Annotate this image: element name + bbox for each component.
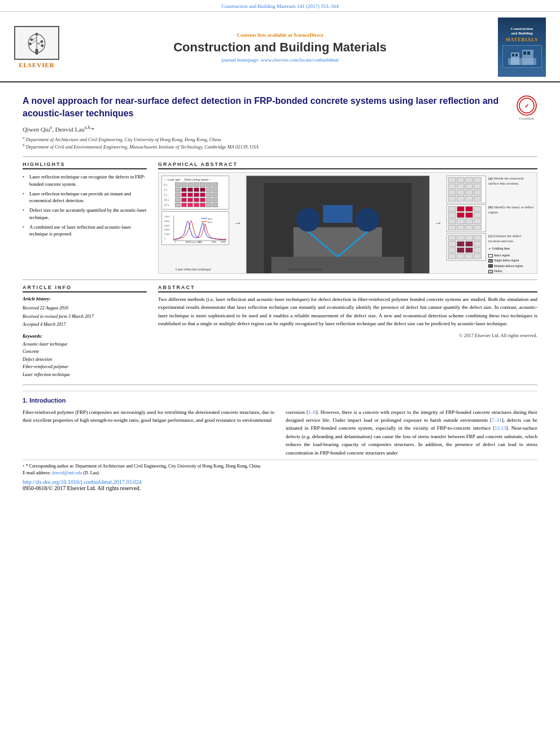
keywords-label: Keywords: <box>23 334 147 339</box>
svg-rect-16 <box>515 54 518 56</box>
graphical-abstract-column: GRAPHICAL ABSTRACT ← Laser spot Defect b… <box>158 161 537 274</box>
svg-rect-42 <box>294 227 382 256</box>
svg-text:0: 0 <box>164 237 165 240</box>
ga-row-a: (a) Divide the structural surface into s… <box>447 176 534 203</box>
ga-laser-spot-label: ← Laser spot Defect being tested → <box>164 178 227 181</box>
journal-reference: Construction and Building Materials 141 … <box>0 0 560 12</box>
svg-rect-0 <box>36 49 38 54</box>
ga-laser-photo: Laser reflection technique <box>246 176 430 274</box>
affiliations: a Department of Architecture and Civil E… <box>23 136 537 151</box>
journal-header: ELSEVIER Contents lists available at Sci… <box>0 12 560 82</box>
ga-diagram-section: (a) Divide the structural surface into s… <box>447 176 534 270</box>
homepage-prefix: journal homepage: <box>221 57 260 63</box>
highlight-item-3: Defect size can be accurately quantified… <box>23 206 147 222</box>
crossmark-label: CrossMark <box>516 117 537 120</box>
intro-right-text: corrosion [1–6]. However, there is a con… <box>286 408 537 457</box>
svg-point-8 <box>41 44 43 47</box>
introduction-header: 1. Introduction <box>23 397 537 404</box>
svg-text:0: 0 <box>175 241 176 243</box>
keyword-4: Fiber-reinforced polymer <box>23 364 68 369</box>
ga-label-c-container: (c) Estimate the defect location and siz… <box>488 233 534 274</box>
journal-cover: Constructionand Building MATERIALS <box>498 18 549 77</box>
ga-row-c: (c) Estimate the defect location and siz… <box>447 233 534 274</box>
ga-row-b: (b) Identify the intact or defect region… <box>447 204 534 232</box>
svg-point-44 <box>356 208 379 231</box>
footnote-email-label: E-mail address: <box>23 470 51 475</box>
highlight-item-4: A combined use of laser reflection and a… <box>23 222 147 239</box>
svg-text:8.0e4: 8.0e4 <box>164 220 169 222</box>
svg-text:intact: intact <box>208 218 212 220</box>
ga-label-a: (a) Divide the structural surface into s… <box>488 176 534 186</box>
article-history: Article history: Received 22 August 2016… <box>23 295 147 329</box>
affiliation-a: Department of Architecture and Civil Eng… <box>26 136 221 142</box>
ga-label-c: (c) Estimate the defect location and siz… <box>488 233 534 243</box>
article-info-header: ARTICLE INFO <box>23 285 147 292</box>
ga-label-b: (b) Identify the intact or defect region… <box>488 204 534 215</box>
ga-arrow-2: → <box>432 176 444 270</box>
abstract-text: Two different methods (i.e, laser reflec… <box>158 295 537 328</box>
abstract-column: ABSTRACT Two different methods (i.e, las… <box>158 285 537 379</box>
sciencedirect-brand[interactable]: ScienceDirect <box>294 32 323 38</box>
footnote-section: * * Corresponding author at: Department … <box>23 460 537 477</box>
highlights-list: Laser reflection technique can recognize… <box>23 172 147 239</box>
svg-rect-15 <box>512 54 514 56</box>
svg-rect-47 <box>323 205 352 222</box>
graphical-abstract-header: GRAPHICAL ABSTRACT <box>158 161 537 169</box>
introduction-text: Fiber-reinforced polymer (FRP) composite… <box>23 408 537 457</box>
keywords-list: Acoustic-laser technique Concrete Defect… <box>23 340 147 379</box>
svg-line-5 <box>33 37 37 40</box>
footnote-email[interactable]: denvid@mit.edu <box>52 470 82 475</box>
svg-point-10 <box>41 40 43 43</box>
elsevier-logo: ELSEVIER <box>11 26 62 68</box>
section-divider-3 <box>23 385 537 385</box>
ref-link-12-13[interactable]: 12,13 <box>495 425 506 431</box>
svg-text:16000: 16000 <box>221 241 226 243</box>
footnote-corresponding: * Corresponding author at: Department of… <box>26 464 261 469</box>
ga-laser-section: ← Laser spot Defect being tested → 0 s <box>161 176 229 270</box>
article-info-abstract-section: ARTICLE INFO Article history: Received 2… <box>23 285 537 379</box>
svg-text:4.0e4: 4.0e4 <box>164 229 169 231</box>
article-title-section: A novel approach for near-surface defect… <box>23 95 537 120</box>
elsevier-logo-image <box>14 26 59 60</box>
page: Construction and Building Materials 141 … <box>0 0 560 747</box>
doi-link[interactable]: http://dx.doi.org/10.1016/j.conbuildmat.… <box>23 479 142 485</box>
ga-layout: ← Laser spot Defect being tested → 0 s <box>159 173 537 273</box>
highlight-item-2: Laser reflection technique can provide a… <box>23 189 147 206</box>
keyword-1: Acoustic-laser technique <box>23 342 67 347</box>
intro-right-col: corrosion [1–6]. However, there is a con… <box>286 408 537 457</box>
highlights-graphical-section: HIGHLIGHTS Laser reflection technique ca… <box>23 161 537 274</box>
keyword-2: Concrete <box>23 349 39 354</box>
ga-spectrum-chart: 1.0e5 8.0e4 6.0e4 4.0e4 2.0e4 0 <box>161 211 229 245</box>
received-revised-date: Received in revised form 3 March 2017 <box>23 314 94 319</box>
ref-link-7-11[interactable]: 7–11 <box>492 417 502 423</box>
ref-link-1-6[interactable]: 1–6 <box>308 409 316 415</box>
keyword-5: Laser reflection technique <box>23 372 70 377</box>
svg-text:✓: ✓ <box>524 103 529 109</box>
authors-line: Qiwen Qiua, Denvid Laua,b,* <box>23 125 537 133</box>
journal-cover-image: Constructionand Building MATERIALS <box>498 18 546 77</box>
svg-text:defect: defect <box>208 221 213 224</box>
highlights-column: HIGHLIGHTS Laser reflection technique ca… <box>23 161 147 274</box>
svg-text:12000: 12000 <box>211 241 216 243</box>
received-date: Received 22 August 2016 <box>23 305 68 311</box>
intro-left-text: Fiber-reinforced polymer (FRP) composite… <box>23 408 274 425</box>
ga-arrow-1: → <box>232 176 243 270</box>
svg-text:1.0e5: 1.0e5 <box>164 215 169 218</box>
ga-acoustic-label: Acoustic-laser technique <box>288 268 322 271</box>
keyword-3: Defect detection <box>23 357 52 362</box>
elsevier-brand-text: ELSEVIER <box>19 62 55 68</box>
introduction-section: 1. Introduction Fiber-reinforced polymer… <box>23 391 537 491</box>
sciencedirect-link: Contents lists available at ScienceDirec… <box>73 32 487 38</box>
svg-point-11 <box>36 33 38 36</box>
svg-point-7 <box>29 42 32 45</box>
doi-section: http://dx.doi.org/10.1016/j.conbuildmat.… <box>23 479 537 491</box>
svg-text:Frequency (Hz): Frequency (Hz) <box>190 241 201 243</box>
issn-line: 0950-0618/© 2017 Elsevier Ltd. All right… <box>23 485 141 491</box>
ga-legend: +Gridding lines Intact region Single def… <box>488 245 534 274</box>
copyright-line: © 2017 Elsevier Ltd. All rights reserved… <box>158 333 537 338</box>
homepage-url[interactable]: www.elsevier.com/locate/conbuildmat <box>261 57 339 63</box>
highlight-item-1: Laser reflection technique can recognize… <box>23 172 147 189</box>
ga-scan-grid: ← Laser spot Defect being tested → 0 s <box>161 176 229 209</box>
intro-left-col: Fiber-reinforced polymer (FRP) composite… <box>23 408 274 457</box>
keywords-section: Keywords: Acoustic-laser technique Concr… <box>23 334 147 379</box>
